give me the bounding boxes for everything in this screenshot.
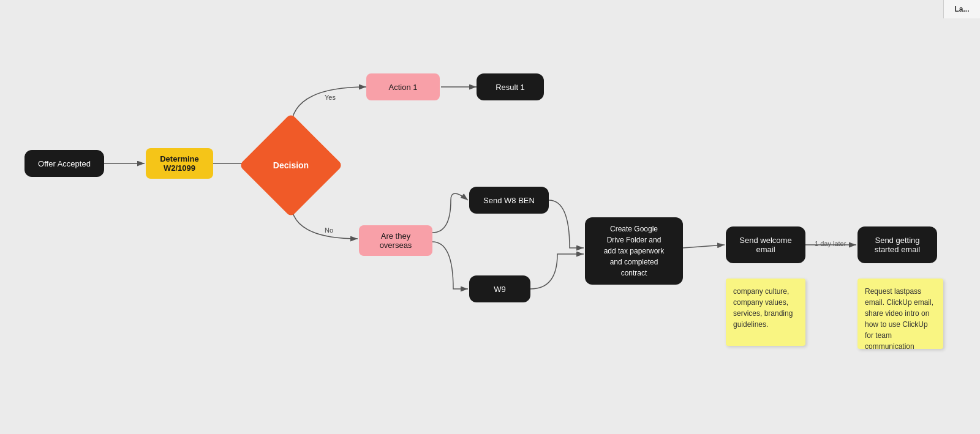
svg-text:No: No bbox=[325, 226, 333, 234]
offer-accepted-label: Offer Accepted bbox=[38, 159, 91, 168]
are-they-overseas-label: Are they overseas bbox=[380, 231, 412, 250]
are-they-overseas-node: Are they overseas bbox=[359, 225, 432, 256]
day-later-text: 1 day later bbox=[815, 240, 846, 247]
send-getting-started-node: Send getting started email bbox=[858, 226, 937, 263]
top-right-panel: La... bbox=[943, 0, 980, 18]
flowchart-canvas: Yes No Offer Accepted Determine W2/1099 … bbox=[0, 0, 980, 434]
welcome-sticky-note: company culture, company values, service… bbox=[726, 279, 805, 346]
action1-label: Action 1 bbox=[389, 83, 418, 92]
determine-node: Determine W2/1099 bbox=[146, 148, 213, 179]
arrows-svg: Yes No bbox=[0, 0, 980, 434]
top-right-label: La... bbox=[954, 5, 969, 13]
result1-label: Result 1 bbox=[496, 83, 525, 92]
day-later-label: 1 day later bbox=[815, 240, 846, 247]
welcome-note-text: company culture, company values, service… bbox=[733, 287, 793, 329]
create-google-node: Create Google Drive Folder and add tax p… bbox=[585, 217, 683, 285]
action1-node: Action 1 bbox=[366, 73, 440, 100]
getting-started-sticky-note: Request lastpass email. ClickUp email, s… bbox=[858, 279, 943, 349]
send-welcome-node: Send welcome email bbox=[726, 226, 805, 263]
result1-node: Result 1 bbox=[477, 73, 544, 100]
send-w8ben-label: Send W8 BEN bbox=[483, 196, 535, 205]
determine-label: Determine W2/1099 bbox=[160, 154, 199, 173]
getting-started-note-text: Request lastpass email. ClickUp email, s… bbox=[865, 287, 933, 351]
send-getting-started-label: Send getting started email bbox=[875, 236, 920, 254]
svg-line-4 bbox=[683, 245, 725, 248]
decision-label: Decision bbox=[273, 160, 309, 170]
offer-accepted-node: Offer Accepted bbox=[24, 150, 104, 177]
svg-text:Yes: Yes bbox=[325, 94, 336, 101]
send-w8ben-node: Send W8 BEN bbox=[469, 187, 549, 214]
send-welcome-label: Send welcome email bbox=[739, 236, 791, 254]
decision-node: Decision bbox=[239, 113, 343, 217]
w9-label: W9 bbox=[494, 285, 506, 294]
w9-node: W9 bbox=[469, 275, 530, 302]
create-google-label: Create Google Drive Folder and add tax p… bbox=[604, 223, 665, 279]
